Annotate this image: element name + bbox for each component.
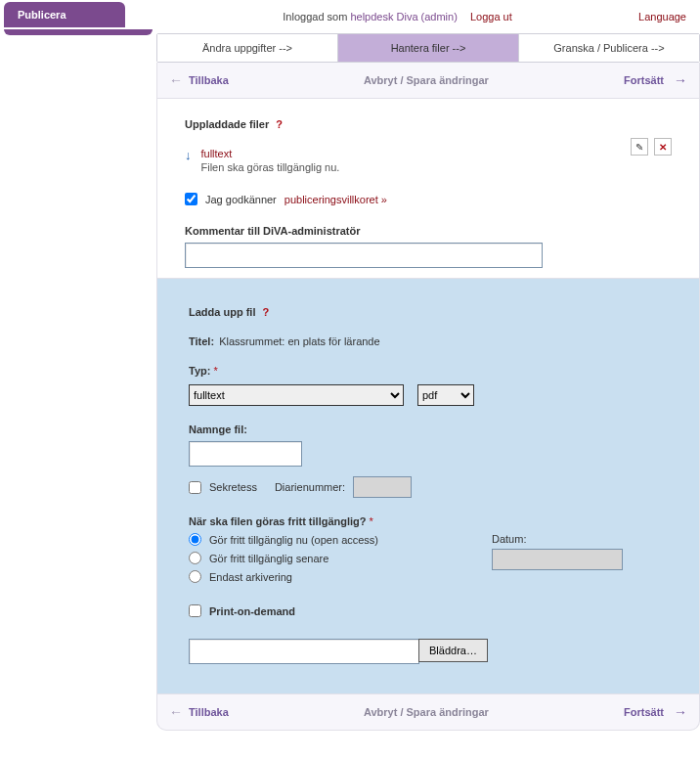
accept-checkbox[interactable]	[185, 193, 197, 205]
avail-archive-radio[interactable]	[189, 570, 201, 583]
continue-button[interactable]: Fortsätt	[624, 72, 687, 88]
datum-label: Datum:	[492, 533, 668, 545]
pod-label: Print-on-demand	[209, 605, 295, 617]
browse-button[interactable]: Bläddra…	[418, 639, 488, 662]
help-icon[interactable]: ?	[276, 118, 283, 130]
save-changes-button-bottom[interactable]: Avbryt / Spara ändringar	[229, 706, 624, 718]
avail-now-label: Gör fritt tillgänglig nu (open access)	[209, 534, 378, 546]
upload-heading: Ladda upp fil	[189, 306, 255, 318]
save-changes-button[interactable]: Avbryt / Spara ändringar	[229, 74, 624, 86]
avail-later-label: Gör fritt tillgänglig senare	[209, 553, 328, 564]
logged-in-label: Inloggad som	[283, 11, 347, 22]
logout-link[interactable]: Logga ut	[470, 11, 512, 22]
sekretess-checkbox[interactable]	[189, 481, 201, 494]
sekretess-label: Sekretess	[209, 481, 257, 493]
pod-checkbox[interactable]	[189, 604, 201, 617]
step-edit[interactable]: Ändra uppgifter -->	[157, 34, 338, 62]
step-review[interactable]: Granska / Publicera -->	[519, 34, 699, 62]
type-select[interactable]: fulltext	[189, 384, 404, 406]
back-button[interactable]: Tillbaka	[169, 72, 229, 88]
title-value: Klassrummet: en plats för lärande	[219, 335, 379, 347]
publicera-tab[interactable]: Publicera	[4, 2, 125, 27]
avail-label: När ska filen göras fritt tillgänglig?	[189, 515, 367, 527]
name-input[interactable]	[189, 441, 302, 467]
avail-now-radio[interactable]	[189, 533, 201, 546]
file-desc: Filen ska göras tillgänglig nu.	[201, 161, 340, 173]
download-icon[interactable]: ↓	[185, 148, 192, 162]
avail-later-radio[interactable]	[189, 552, 201, 564]
format-select[interactable]: pdf	[417, 384, 474, 406]
diarie-label: Diarienummer:	[275, 481, 345, 493]
accept-prefix: Jag godkänner	[205, 194, 277, 205]
uploaded-heading: Uppladdade filer	[185, 118, 269, 130]
type-label: Typ:	[189, 365, 210, 377]
file-name-link[interactable]: fulltext	[201, 148, 340, 159]
continue-button-bottom[interactable]: Fortsätt	[624, 704, 687, 720]
help-icon[interactable]: ?	[263, 306, 270, 318]
edit-icon[interactable]: ✎	[631, 138, 648, 156]
diarie-input	[353, 476, 412, 498]
language-link[interactable]: Language	[638, 11, 686, 22]
comment-input[interactable]	[185, 243, 543, 268]
comment-label: Kommentar till DiVA-administratör	[185, 225, 672, 237]
avail-archive-label: Endast arkivering	[209, 571, 292, 583]
terms-link[interactable]: publiceringsvillkoret	[284, 194, 387, 205]
delete-icon[interactable]: ✕	[654, 138, 672, 156]
file-path-input[interactable]	[189, 639, 419, 664]
name-label: Namnge fil:	[189, 424, 247, 435]
title-label: Titel:	[189, 335, 214, 347]
user-link[interactable]: helpdesk Diva (admin)	[350, 11, 457, 22]
back-button-bottom[interactable]: Tillbaka	[169, 704, 229, 720]
step-files[interactable]: Hantera filer -->	[338, 34, 519, 62]
datum-input	[492, 549, 623, 570]
